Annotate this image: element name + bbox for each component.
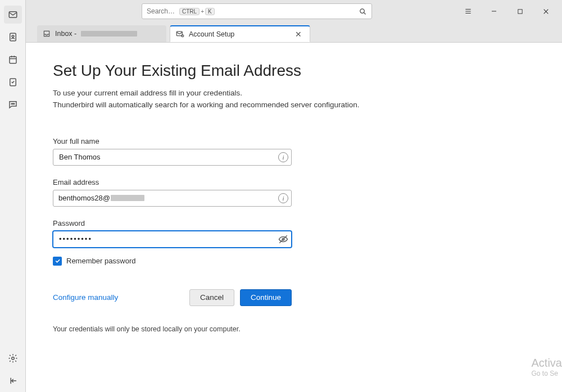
intro-line-2: Thunderbird will automatically search fo… xyxy=(53,99,413,111)
email-input[interactable] xyxy=(53,190,292,207)
settings-gear-icon[interactable] xyxy=(4,349,22,367)
svg-rect-3 xyxy=(10,57,16,63)
app-menu-button[interactable] xyxy=(455,0,481,22)
name-info-icon[interactable]: i xyxy=(278,152,288,162)
title-bar: Search… CTRL + K xyxy=(26,0,562,22)
tasks-icon[interactable] xyxy=(4,73,22,91)
address-book-icon[interactable] xyxy=(4,28,22,46)
svg-point-9 xyxy=(360,8,365,13)
tab-bar: Inbox - Account Setup ✕ xyxy=(26,22,562,43)
email-info-icon[interactable]: i xyxy=(278,193,288,203)
window-maximize-button[interactable] xyxy=(507,0,533,22)
svg-point-2 xyxy=(12,35,14,38)
inbox-tray-icon xyxy=(43,30,51,38)
continue-button[interactable]: Continue xyxy=(240,289,292,306)
mail-icon[interactable] xyxy=(4,6,22,24)
global-search-input[interactable]: Search… CTRL + K xyxy=(142,3,372,19)
configure-manually-link[interactable]: Configure manually xyxy=(53,293,118,302)
toggle-password-visibility-icon[interactable] xyxy=(278,234,288,244)
account-setup-pane: Set Up Your Existing Email Address To us… xyxy=(26,43,562,392)
tab-inbox[interactable]: Inbox - xyxy=(37,25,166,42)
tab-setup-label: Account Setup xyxy=(189,30,234,38)
svg-point-6 xyxy=(12,103,13,104)
credentials-footnote: Your credentials will only be stored loc… xyxy=(53,325,562,333)
tab-close-button[interactable]: ✕ xyxy=(295,30,302,39)
envelope-gear-icon xyxy=(176,30,184,38)
remember-password-checkbox[interactable] xyxy=(53,257,62,266)
tab-inbox-label: Inbox - xyxy=(55,30,76,38)
search-placeholder: Search… xyxy=(147,7,175,15)
password-label: Password xyxy=(53,219,292,227)
remember-password-row[interactable]: Remember password xyxy=(53,257,562,266)
page-intro: To use your current email address fill i… xyxy=(53,88,413,111)
intro-line-1: To use your current email address fill i… xyxy=(53,88,413,99)
page-title: Set Up Your Existing Email Address xyxy=(53,62,562,80)
windows-activation-watermark: Activa Go to Se xyxy=(532,356,562,377)
spaces-toolbar xyxy=(0,0,26,392)
name-input[interactable] xyxy=(53,149,292,166)
window-minimize-button[interactable] xyxy=(481,0,507,22)
search-icon xyxy=(359,7,367,16)
tab-account-setup[interactable]: Account Setup ✕ xyxy=(170,25,310,42)
svg-point-8 xyxy=(11,357,14,360)
svg-point-5 xyxy=(11,103,12,104)
window-close-button[interactable] xyxy=(533,0,559,22)
kbd-k: K xyxy=(205,8,215,15)
email-label: Email address xyxy=(53,178,292,186)
collapse-icon[interactable] xyxy=(4,372,22,390)
chat-icon[interactable] xyxy=(4,95,22,113)
svg-rect-10 xyxy=(518,9,522,13)
password-input[interactable] xyxy=(53,231,292,248)
kbd-ctrl: CTRL xyxy=(179,8,200,15)
cancel-button[interactable]: Cancel xyxy=(189,289,234,306)
calendar-icon[interactable] xyxy=(4,51,22,69)
tab-inbox-redacted xyxy=(81,31,137,37)
name-label: Your full name xyxy=(53,137,292,145)
svg-point-7 xyxy=(13,103,14,104)
remember-password-label: Remember password xyxy=(66,257,136,265)
svg-point-12 xyxy=(182,35,184,37)
kbd-plus: + xyxy=(201,8,204,15)
